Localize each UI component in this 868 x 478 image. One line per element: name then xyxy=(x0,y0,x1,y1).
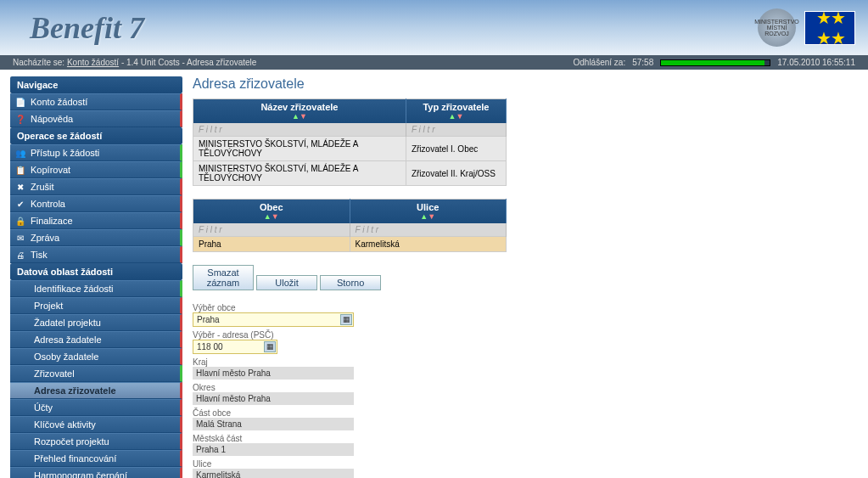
nav-item-label: Identifikace žádosti xyxy=(34,284,114,294)
grid1-filter1[interactable]: F i l t r xyxy=(193,123,406,137)
grid-adresa: Obec ▲▼ Ulice ▲▼ F i l t r F i l t r Pra… xyxy=(193,199,507,252)
grid2-col2[interactable]: Ulice ▲▼ xyxy=(350,200,507,224)
cell: Zřizovatel I. Obec xyxy=(406,137,506,161)
header-right: MINISTERSTVO MÍSTNÍ ROZVOJ ★ ★★ ★ xyxy=(758,8,855,47)
nav-item[interactable]: Projekt xyxy=(10,297,182,314)
grid2-filter2[interactable]: F i l t r xyxy=(350,223,507,237)
kraj-value: Hlavní město Praha xyxy=(193,367,354,380)
nav-item-label: Adresa žadatele xyxy=(34,335,102,345)
cancel-button[interactable]: Storno xyxy=(320,275,381,290)
save-button[interactable]: Uložit xyxy=(256,275,317,290)
sort-icon[interactable]: ▲▼ xyxy=(199,212,344,221)
logout-countdown: 57:58 xyxy=(632,58,653,67)
nav-icon: ❓ xyxy=(15,114,25,124)
nav-item-label: Přehled financování xyxy=(34,453,116,464)
breadcrumb-right: Odhlášení za: 57:58 17.05.2010 16:55:11 xyxy=(573,58,855,67)
breadcrumb-rest: - 1.4 Unit Costs - Adresa zřizovatele xyxy=(121,58,257,67)
mestska-cast-label: Městská část xyxy=(193,434,858,443)
nav-item[interactable]: Osoby žadatele xyxy=(10,348,182,365)
nav-item-label: Tisk xyxy=(31,250,48,260)
nav-item[interactable]: 📋Kopírovat xyxy=(10,161,182,178)
nav-item[interactable]: Identifikace žádosti xyxy=(10,280,182,297)
app-logo: Benefit 7 xyxy=(13,10,144,46)
button-bar: Smazat záznam Uložit Storno xyxy=(193,265,858,290)
table-row[interactable]: MINISTERSTVO ŠKOLSTVÍ, MLÁDEŽE A TĚLOVÝC… xyxy=(193,161,507,186)
sort-icon[interactable]: ▲▼ xyxy=(356,212,501,221)
table-row[interactable]: MINISTERSTVO ŠKOLSTVÍ, MLÁDEŽE A TĚLOVÝC… xyxy=(193,137,507,161)
nav-item[interactable]: Rozpočet projektu xyxy=(10,433,182,450)
nav-icon: 👥 xyxy=(15,148,25,158)
sort-icon[interactable]: ▲▼ xyxy=(199,112,400,121)
nav-icon: ✔ xyxy=(15,199,25,209)
vyber-obce-field[interactable]: Praha ▦ xyxy=(193,312,354,327)
nav-item[interactable]: Adresa žadatele xyxy=(10,331,182,348)
eu-flag-icon: ★ ★★ ★ xyxy=(804,11,855,45)
breadcrumb-bar: Nacházíte se: Konto žádostí - 1.4 Unit C… xyxy=(0,55,868,70)
grid2-filter1[interactable]: F i l t r xyxy=(193,223,350,237)
delete-button[interactable]: Smazat záznam xyxy=(193,265,254,290)
mestska-cast-value: Praha 1 xyxy=(193,443,354,456)
nav-item-label: Osoby žadatele xyxy=(34,351,98,362)
nav-item[interactable]: 🖨Tisk xyxy=(10,246,182,263)
app-header: Benefit 7 MINISTERSTVO MÍSTNÍ ROZVOJ ★ ★… xyxy=(0,0,868,55)
nav-item[interactable]: Žadatel projektu xyxy=(10,314,182,331)
grid2-col1[interactable]: Obec ▲▼ xyxy=(193,200,350,224)
table-row[interactable]: PrahaKarmelitská xyxy=(193,237,507,252)
breadcrumb-link[interactable]: Konto žádostí xyxy=(67,58,119,67)
nav-item-label: Kopírovat xyxy=(31,165,70,175)
nav-item-label: Rozpočet projektu xyxy=(34,436,109,447)
logout-label: Odhlášení za: xyxy=(573,58,625,67)
nav-item[interactable]: Klíčové aktivity xyxy=(10,416,182,433)
nav-item-label: Zřizovatel xyxy=(34,368,75,379)
server-datetime: 17.05.2010 16:55:11 xyxy=(777,58,855,67)
nav-item[interactable]: 🔒Finalizace xyxy=(10,212,182,229)
main-content: Adresa zřizovatele Název zřizovatele ▲▼ … xyxy=(193,76,858,478)
nav-item[interactable]: ✉Zpráva xyxy=(10,229,182,246)
nav-item[interactable]: Účty xyxy=(10,399,182,416)
nav-icon: ✉ xyxy=(15,233,25,243)
nav-item-label: Účty xyxy=(34,402,53,413)
sidebar: Navigace 📄Konto žádostí❓Nápověda Operace… xyxy=(10,76,182,478)
grid1-filter2[interactable]: F i l t r xyxy=(406,123,506,137)
cell: Karmelitská xyxy=(350,237,507,252)
ministry-logo-icon: MINISTERSTVO MÍSTNÍ ROZVOJ xyxy=(758,8,796,47)
nav-item-label: Konto žádostí xyxy=(31,97,87,107)
logout-progress xyxy=(660,59,770,66)
nav-section-operace: Operace se žádostí xyxy=(10,127,182,144)
nav-item[interactable]: ✖Zrušit xyxy=(10,178,182,195)
nav-item-label: Přístup k žádosti xyxy=(31,148,99,158)
nav-section-datova: Datová oblast žádosti xyxy=(10,263,182,280)
nav-item[interactable]: ❓Nápověda xyxy=(10,110,182,127)
nav-item-label: Zrušit xyxy=(31,182,54,192)
nav-item-label: Kontrola xyxy=(31,199,65,209)
picker-icon[interactable]: ▦ xyxy=(340,314,352,325)
nav-item[interactable]: 📄Konto žádostí xyxy=(10,93,182,110)
ulice-value: Karmelitská xyxy=(193,469,354,478)
nav-item[interactable]: Zřizovatel xyxy=(10,365,182,382)
nav-item-label: Žadatel projektu xyxy=(34,318,101,328)
cell: MINISTERSTVO ŠKOLSTVÍ, MLÁDEŽE A TĚLOVÝC… xyxy=(193,161,406,186)
cast-obce-label: Část obce xyxy=(193,408,858,418)
vyber-adresa-field[interactable]: 118 00 ▦ xyxy=(193,340,277,354)
cell: Praha xyxy=(193,237,350,252)
grid1-col2[interactable]: Typ zřizovatele ▲▼ xyxy=(406,99,506,124)
sort-icon[interactable]: ▲▼ xyxy=(412,112,501,121)
nav-item[interactable]: 👥Přístup k žádosti xyxy=(10,144,182,161)
okres-label: Okres xyxy=(193,383,858,392)
picker-icon[interactable]: ▦ xyxy=(264,341,276,352)
nav-item-label: Harmonogram čerpání xyxy=(34,470,127,478)
page-title: Adresa zřizovatele xyxy=(193,76,858,92)
nav-item[interactable]: Adresa zřizovatele xyxy=(10,382,182,399)
nav-icon: 🔒 xyxy=(15,216,25,226)
nav-item[interactable]: ✔Kontrola xyxy=(10,195,182,212)
grid1-col1[interactable]: Název zřizovatele ▲▼ xyxy=(193,99,406,124)
nav-item[interactable]: Harmonogram čerpání xyxy=(10,467,182,478)
ulice-label: Ulice xyxy=(193,459,858,469)
vyber-adresa-label: Výběr - adresa (PSČ) xyxy=(193,330,858,340)
nav-item-label: Nápověda xyxy=(31,114,73,124)
grid-zrizovatele: Název zřizovatele ▲▼ Typ zřizovatele ▲▼ … xyxy=(193,98,507,186)
nav-icon: ✖ xyxy=(15,182,25,192)
nav-item[interactable]: Přehled financování xyxy=(10,450,182,467)
nav-item-label: Projekt xyxy=(34,301,63,311)
cell: Zřizovatel II. Kraj/OSS xyxy=(406,161,506,186)
